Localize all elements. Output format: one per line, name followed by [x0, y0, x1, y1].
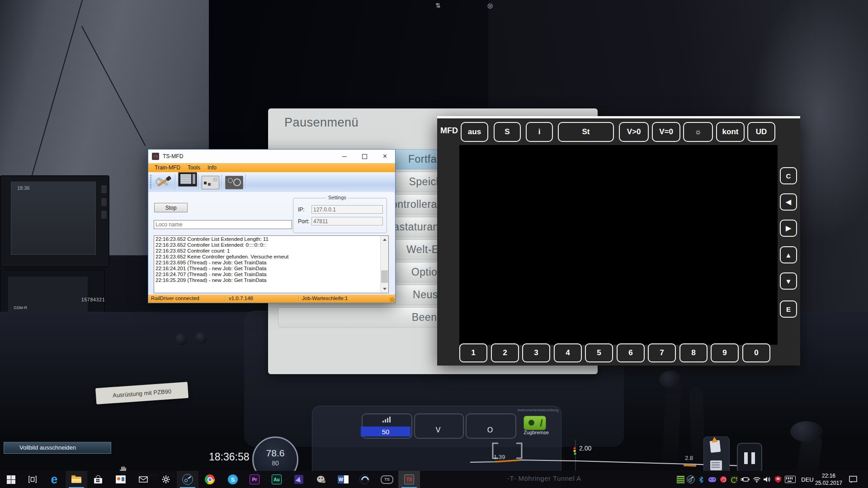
chrome-button[interactable] — [199, 471, 221, 488]
steam-button[interactable] — [177, 471, 198, 488]
mfd-button-5[interactable]: 5 — [585, 343, 613, 362]
presentation-app-button[interactable] — [110, 471, 132, 488]
start-button[interactable] — [0, 471, 22, 488]
audition-button[interactable]: Au — [266, 471, 288, 488]
mfd-panel-window: MFD aus S i St V>0 V=0 ☼ kont UD C ◀ ▶ ▲… — [437, 116, 800, 366]
port-input[interactable] — [311, 217, 383, 225]
mfd-button-st[interactable]: St — [558, 122, 614, 142]
mfd-button-1[interactable]: 1 — [459, 343, 487, 362]
steam-tray-button[interactable] — [686, 471, 696, 488]
bluetooth-tray-button[interactable] — [697, 471, 706, 488]
nvidia-icon: ! — [731, 476, 738, 483]
log-listbox[interactable]: 22:16:23.652 Controller List Extended Le… — [154, 235, 389, 293]
gimp-button[interactable] — [310, 471, 332, 488]
chrome-icon — [205, 474, 215, 484]
mfd-button-kont[interactable]: kont — [716, 122, 745, 142]
premiere-button[interactable]: Pr — [244, 471, 265, 488]
file-explorer-button[interactable] — [66, 471, 87, 488]
tsmfd-menubar: Train-MFD Tools Info — [148, 163, 395, 172]
display-table-icon[interactable] — [178, 172, 197, 187]
mfd-button-brightness-icon[interactable]: ☼ — [683, 122, 713, 142]
ip-input[interactable] — [311, 205, 383, 214]
settings-tools-icon[interactable] — [156, 175, 173, 189]
mfd-button-ud[interactable]: UD — [747, 122, 775, 142]
mfd-button-3[interactable]: 3 — [522, 343, 550, 362]
scrollbar-thumb[interactable] — [381, 270, 388, 283]
minimize-button[interactable] — [334, 150, 354, 163]
daemon-tools-button[interactable] — [354, 471, 375, 488]
mfd-button-left-icon[interactable]: ◀ — [780, 193, 797, 211]
train-simulator-icon: TS — [381, 475, 393, 484]
nvidia-tray-button[interactable]: ! — [729, 471, 739, 488]
speed-gauge-value: 78.6 — [254, 448, 297, 459]
mfd-button-aus[interactable]: aus — [461, 122, 488, 142]
store-button[interactable] — [87, 471, 109, 488]
cab-display-clock: 18:36 — [17, 185, 30, 191]
word-button[interactable]: W — [332, 471, 354, 488]
audition-icon: Au — [272, 474, 282, 484]
toolbar-grip[interactable] — [150, 175, 151, 189]
loco-name-input[interactable] — [154, 220, 292, 229]
scroll-up-arrow-icon[interactable] — [383, 239, 387, 241]
video-app-button[interactable] — [288, 471, 310, 488]
display-gauges-icon[interactable] — [225, 176, 243, 189]
game-clock: 18:36:58 — [209, 451, 250, 463]
mfd-button-2[interactable]: 2 — [491, 343, 519, 362]
wifi-tray-button[interactable] — [752, 471, 762, 488]
mfd-button-v-gt-0[interactable]: V>0 — [619, 122, 649, 142]
log-line: 22:16:23.652 Controller List Extended Le… — [154, 236, 388, 242]
mcafee-shield-icon: M — [775, 476, 781, 483]
mfd-button-8[interactable]: 8 — [679, 343, 708, 362]
power-tray-button[interactable] — [740, 471, 750, 488]
mfd-button-7[interactable]: 7 — [648, 343, 676, 362]
mfd-button-6[interactable]: 6 — [617, 343, 645, 362]
train-simulator-button[interactable]: TS — [376, 471, 398, 488]
log-line: 22:16:24.707 (Thread) - new Job: Get Tra… — [154, 271, 388, 277]
cab-lever-knob — [659, 371, 683, 388]
tsmfd-titlebar[interactable]: TS TS-MFD × — [148, 150, 395, 163]
scroll-down-arrow-icon[interactable] — [383, 288, 387, 290]
mfd-button-s[interactable]: S — [494, 122, 521, 142]
settings-button[interactable] — [155, 471, 177, 488]
mfd-button-9[interactable]: 9 — [711, 343, 739, 362]
display-layout-icon[interactable] — [202, 176, 219, 189]
mfd-button-e[interactable]: E — [780, 300, 797, 318]
mfd-label: MFD — [440, 126, 458, 136]
volume-tray-button[interactable] — [762, 471, 772, 488]
red-app-tray-button[interactable] — [718, 471, 728, 488]
mfd-button-i[interactable]: i — [526, 122, 553, 142]
menu-tools[interactable]: Tools — [184, 164, 204, 171]
mfd-title-strip[interactable] — [437, 116, 800, 118]
mfd-button-4[interactable]: 4 — [554, 343, 582, 362]
mfd-button-right-icon[interactable]: ▶ — [780, 220, 797, 237]
gradient-right-label: 2.8 — [685, 455, 693, 461]
mail-button[interactable] — [132, 471, 154, 488]
log-scrollbar[interactable] — [380, 236, 388, 293]
controller-tray-button[interactable] — [707, 471, 717, 488]
taskbar-clock[interactable]: 22:16 25.02.2017 — [811, 472, 846, 487]
menu-train-mfd[interactable]: Train-MFD — [151, 164, 184, 171]
mfd-button-v-eq-0[interactable]: V=0 — [652, 122, 680, 142]
task-view-button[interactable] — [22, 471, 43, 488]
maximize-button[interactable] — [354, 150, 375, 163]
stop-button[interactable]: Stop — [154, 203, 188, 212]
resize-grip[interactable] — [390, 297, 394, 302]
close-button[interactable]: × — [375, 150, 395, 163]
task-view-icon — [28, 476, 37, 483]
edge-button[interactable]: e — [43, 471, 65, 488]
action-center-button[interactable] — [846, 471, 860, 488]
tsmfd-taskbar-button[interactable]: TS — [398, 471, 420, 488]
mfd-button-up-icon[interactable]: ▲ — [780, 246, 797, 263]
mfd-button-c[interactable]: C — [780, 167, 797, 184]
skype-button[interactable]: S — [222, 471, 244, 488]
touch-keyboard-button[interactable] — [784, 471, 797, 488]
notes-icon — [710, 460, 722, 470]
taskbar: -T- Möhringer Tunnel A e — [0, 471, 868, 488]
mfd-button-0[interactable]: 0 — [742, 343, 770, 362]
mfd-button-down-icon[interactable]: ▼ — [780, 272, 797, 290]
raildriver-tray-button[interactable] — [675, 471, 685, 488]
pause-button[interactable] — [737, 443, 762, 474]
mcafee-tray-button[interactable]: M — [773, 471, 783, 488]
zugbremse-icon[interactable] — [524, 416, 546, 430]
menu-info[interactable]: Info — [204, 164, 220, 171]
